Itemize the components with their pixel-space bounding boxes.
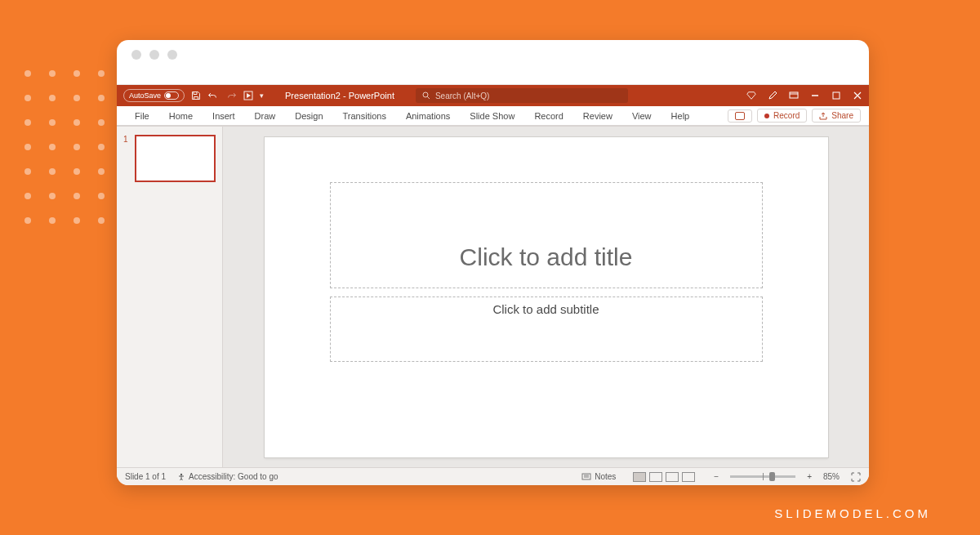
tab-slide-show[interactable]: Slide Show — [460, 106, 524, 125]
maximize-icon[interactable] — [831, 91, 841, 100]
document-title: Presentation2 - PowerPoint — [285, 91, 394, 100]
browser-window-frame: AutoSave ▾ Presentation2 - PowerPoint Se… — [117, 40, 869, 485]
ribbon-tabs: File Home Insert Draw Design Transitions… — [117, 106, 869, 126]
svg-line-2 — [427, 96, 430, 99]
work-area: 1 Click to add title Click to add subtit… — [117, 126, 869, 467]
record-dot-icon — [764, 114, 769, 118]
search-placeholder: Search (Alt+Q) — [435, 91, 489, 100]
thumbnail-number: 1 — [123, 135, 130, 182]
tab-design[interactable]: Design — [285, 106, 332, 125]
accessibility-icon — [177, 473, 185, 481]
comments-button[interactable] — [728, 109, 752, 123]
status-bar: Slide 1 of 1 Accessibility: Good to go N… — [117, 467, 869, 485]
slide-thumbnail-pane[interactable]: 1 — [117, 127, 223, 467]
svg-point-7 — [180, 473, 182, 475]
reading-view-button[interactable] — [666, 472, 679, 482]
accessibility-status[interactable]: Accessibility: Good to go — [177, 472, 278, 481]
tab-insert[interactable]: Insert — [203, 106, 245, 125]
zoom-slider[interactable] — [730, 475, 795, 478]
ribbon-display-icon[interactable] — [789, 91, 799, 100]
zoom-in-button[interactable]: + — [807, 472, 812, 481]
start-from-beginning-icon[interactable] — [243, 91, 253, 100]
subtitle-placeholder[interactable]: Click to add subtitle — [330, 296, 763, 362]
title-placeholder[interactable]: Click to add title — [330, 182, 763, 288]
save-icon[interactable] — [191, 91, 201, 100]
comment-icon — [735, 112, 745, 120]
qat-customize-icon[interactable]: ▾ — [260, 91, 264, 100]
thumbnail-slide-1[interactable]: 1 — [123, 135, 216, 182]
autosave-label: AutoSave — [129, 90, 161, 101]
tab-review[interactable]: Review — [573, 106, 622, 125]
slide-counter[interactable]: Slide 1 of 1 — [125, 472, 166, 481]
tab-record[interactable]: Record — [524, 106, 572, 125]
pen-icon[interactable] — [768, 91, 777, 100]
thumbnail-preview — [135, 135, 216, 182]
window-control-max[interactable] — [167, 50, 177, 60]
tab-file[interactable]: File — [125, 106, 159, 125]
slide-canvas: Click to add title Click to add subtitle — [265, 137, 828, 457]
redo-icon[interactable] — [225, 91, 237, 100]
search-icon — [422, 91, 430, 100]
autosave-switch-icon — [164, 91, 179, 100]
notes-toggle[interactable]: Notes — [581, 472, 616, 481]
share-button[interactable]: Share — [812, 109, 861, 123]
slide-sorter-button[interactable] — [649, 472, 662, 482]
minimize-icon[interactable] — [810, 91, 820, 100]
fit-to-window-button[interactable] — [851, 472, 861, 482]
tab-transitions[interactable]: Transitions — [333, 106, 396, 125]
tab-animations[interactable]: Animations — [396, 106, 460, 125]
window-control-close[interactable] — [131, 50, 141, 60]
share-label: Share — [831, 111, 853, 120]
search-box[interactable]: Search (Alt+Q) — [416, 88, 628, 103]
undo-icon[interactable] — [207, 91, 219, 100]
svg-rect-6 — [833, 92, 840, 99]
zoom-percent[interactable]: 85% — [823, 472, 840, 481]
subtitle-placeholder-text: Click to add subtitle — [492, 297, 599, 316]
diamond-icon[interactable] — [746, 91, 756, 100]
title-placeholder-text: Click to add title — [460, 243, 633, 288]
tab-home[interactable]: Home — [159, 106, 203, 125]
tab-help[interactable]: Help — [662, 106, 700, 125]
share-icon — [819, 112, 827, 120]
slide-canvas-area[interactable]: Click to add title Click to add subtitle — [223, 127, 869, 467]
browser-titlebar — [117, 40, 869, 69]
brand-watermark: SLIDEMODEL.COM — [774, 506, 931, 520]
autosave-toggle[interactable]: AutoSave — [123, 89, 185, 102]
svg-point-1 — [423, 92, 428, 97]
slideshow-view-button[interactable] — [682, 472, 695, 482]
powerpoint-app: AutoSave ▾ Presentation2 - PowerPoint Se… — [117, 84, 869, 485]
record-button[interactable]: Record — [757, 109, 807, 123]
zoom-out-button[interactable]: − — [714, 472, 719, 481]
normal-view-button[interactable] — [633, 472, 646, 482]
record-label: Record — [773, 111, 800, 120]
close-icon[interactable] — [853, 91, 862, 100]
tab-view[interactable]: View — [622, 106, 662, 125]
app-titlebar: AutoSave ▾ Presentation2 - PowerPoint Se… — [117, 85, 869, 106]
window-control-min[interactable] — [149, 50, 159, 60]
svg-rect-3 — [790, 92, 798, 98]
notes-icon — [581, 473, 591, 481]
tab-draw[interactable]: Draw — [245, 106, 286, 125]
